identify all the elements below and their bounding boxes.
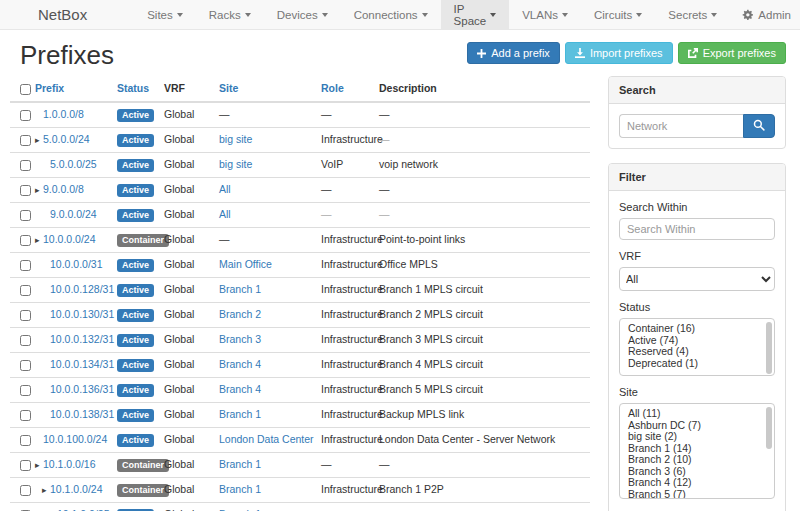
role-cell: Infrastructure (316, 127, 374, 152)
row-checkbox[interactable] (20, 335, 31, 346)
site-link[interactable]: Branch 1 (219, 283, 261, 295)
table-row: 10.0.0.128/31ActiveGlobalBranch 1Infrast… (10, 277, 590, 302)
col-header-prefix[interactable]: Prefix (30, 76, 112, 102)
row-checkbox[interactable] (20, 485, 31, 496)
listbox-option[interactable]: Container (16) (620, 323, 764, 335)
role-cell: Infrastructure (316, 352, 374, 377)
row-checkbox[interactable] (20, 110, 31, 121)
listbox-option[interactable]: Deprecated (1) (620, 358, 764, 370)
row-checkbox[interactable] (20, 260, 31, 271)
col-header-status[interactable]: Status (112, 76, 159, 102)
row-checkbox[interactable] (20, 385, 31, 396)
prefix-table-body: 1.0.0.0/8ActiveGlobal———▸5.0.0.0/24Activ… (10, 102, 590, 511)
col-header-site[interactable]: Site (214, 76, 316, 102)
listbox-option[interactable]: big site (2) (620, 431, 764, 443)
nav-item-connections[interactable]: Connections (341, 0, 441, 29)
prefix-link[interactable]: 10.1.0.0/24 (50, 483, 103, 495)
search-input[interactable] (619, 114, 743, 138)
export-prefixes-button[interactable]: Export prefixes (678, 42, 786, 64)
row-checkbox[interactable] (20, 160, 31, 171)
role-cell: Infrastructure (316, 402, 374, 427)
status-badge: Active (117, 259, 154, 272)
role-cell: Infrastructure (316, 377, 374, 402)
nav-item-racks[interactable]: Racks (196, 0, 264, 29)
site-link[interactable]: Branch 1 (219, 483, 261, 495)
site-link[interactable]: Branch 3 (219, 333, 261, 345)
prefix-link[interactable]: 10.0.0.0/31 (50, 258, 103, 270)
expand-caret[interactable]: ▸ (35, 184, 43, 197)
expand-caret[interactable]: ▸ (35, 459, 43, 472)
import-prefixes-button[interactable]: Import prefixes (565, 42, 673, 64)
description-cell: — (374, 202, 590, 227)
row-checkbox[interactable] (20, 360, 31, 371)
prefix-link[interactable]: 10.0.0.136/31 (50, 383, 114, 395)
vrf-cell: Global (159, 352, 214, 377)
prefix-link[interactable]: 10.0.0.0/24 (43, 233, 96, 245)
nav-item-circuits[interactable]: Circuits (581, 0, 655, 29)
row-checkbox[interactable] (20, 185, 31, 196)
prefix-link[interactable]: 10.0.100.0/24 (43, 433, 107, 445)
nav-item-devices[interactable]: Devices (264, 0, 341, 29)
site-link[interactable]: Branch 1 (219, 458, 261, 470)
status-badge: Active (117, 134, 154, 147)
expand-caret[interactable]: ▸ (35, 134, 43, 147)
row-checkbox[interactable] (20, 310, 31, 321)
row-checkbox[interactable] (20, 135, 31, 146)
site-link[interactable]: All (219, 208, 231, 220)
admin-link[interactable]: Admin (730, 0, 800, 29)
listbox-option[interactable]: Branch 4 (12) (620, 477, 764, 489)
site-link[interactable]: All (219, 183, 231, 195)
scrollbar-thumb[interactable] (766, 322, 772, 374)
col-header-role[interactable]: Role (316, 76, 374, 102)
select-all-checkbox[interactable] (20, 84, 31, 95)
site-link[interactable]: Branch 4 (219, 358, 261, 370)
prefix-link[interactable]: 5.0.0.0/25 (50, 158, 97, 170)
prefix-link[interactable]: 10.1.0.0/16 (43, 458, 96, 470)
scrollbar-thumb[interactable] (766, 407, 772, 449)
site-link[interactable]: big site (219, 133, 252, 145)
listbox-option[interactable]: Branch 5 (7) (620, 489, 764, 499)
prefix-link[interactable]: 10.0.0.138/31 (50, 408, 114, 420)
table-row: ▸10.1.0.0/24ContainerGlobalBranch 1Infra… (10, 477, 590, 502)
row-checkbox[interactable] (20, 460, 31, 471)
site-link[interactable]: Branch 4 (219, 383, 261, 395)
brand-link[interactable]: NetBox (0, 0, 102, 29)
prefix-link[interactable]: 5.0.0.0/24 (43, 133, 90, 145)
expand-caret[interactable]: ▸ (42, 484, 50, 497)
row-checkbox[interactable] (20, 410, 31, 421)
prefix-table-container: PrefixStatusVRFSiteRoleDescription 1.0.0… (10, 76, 590, 511)
prefix-link[interactable]: 10.0.0.128/31 (50, 283, 114, 295)
row-checkbox[interactable] (20, 235, 31, 246)
nav-item-secrets[interactable]: Secrets (655, 0, 730, 29)
expand-caret[interactable]: ▸ (35, 234, 43, 247)
listbox-option[interactable]: All (11) (620, 408, 764, 420)
site-cell: Main Office (214, 252, 316, 277)
site-link[interactable]: Branch 1 (219, 408, 261, 420)
site-cell: — (214, 102, 316, 128)
nav-item-vlans[interactable]: VLANs (509, 0, 581, 29)
nav-item-sites[interactable]: Sites (134, 0, 196, 29)
prefix-link[interactable]: 10.0.0.132/31 (50, 333, 114, 345)
row-checkbox[interactable] (20, 435, 31, 446)
search-within-input[interactable] (619, 218, 775, 240)
prefix-link[interactable]: 1.0.0.0/8 (43, 108, 84, 120)
nav-item-ip-space[interactable]: IP Space (441, 0, 510, 29)
site-link[interactable]: Branch 2 (219, 308, 261, 320)
table-row: 10.0.0.138/31ActiveGlobalBranch 1Infrast… (10, 402, 590, 427)
prefix-link[interactable]: 10.0.0.130/31 (50, 308, 114, 320)
vrf-select[interactable]: All (619, 267, 775, 291)
prefix-link[interactable]: 9.0.0.0/24 (50, 208, 97, 220)
search-button[interactable] (743, 114, 775, 138)
site-link[interactable]: London Data Center (219, 433, 314, 445)
site-cell: Branch 1 (214, 452, 316, 477)
add-prefix-button[interactable]: Add a prefix (467, 42, 560, 64)
site-link[interactable]: big site (219, 158, 252, 170)
prefix-link[interactable]: 9.0.0.0/8 (43, 183, 84, 195)
prefix-link[interactable]: 10.0.0.134/31 (50, 358, 114, 370)
listbox-option[interactable]: Branch 2 (10) (620, 454, 764, 466)
gear-icon (742, 9, 753, 20)
site-link[interactable]: Main Office (219, 258, 272, 270)
row-checkbox[interactable] (20, 210, 31, 221)
listbox-option[interactable]: Reserved (4) (620, 346, 764, 358)
row-checkbox[interactable] (20, 285, 31, 296)
